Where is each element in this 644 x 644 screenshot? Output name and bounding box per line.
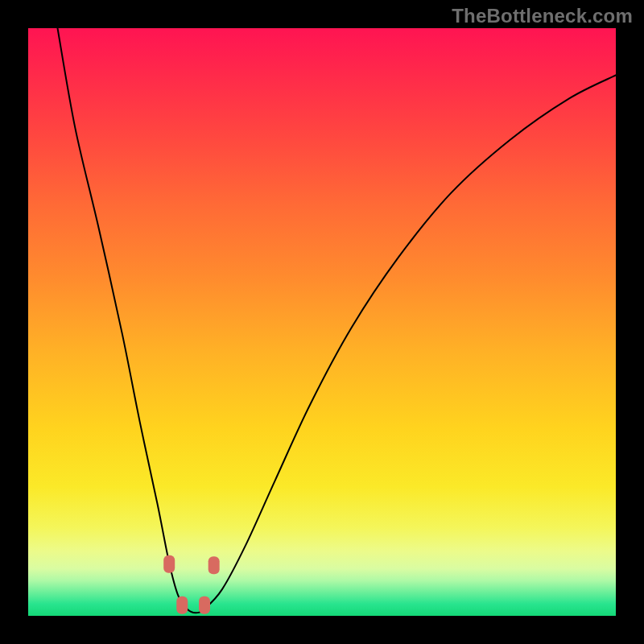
bottleneck-curve	[58, 28, 617, 613]
marker-group	[163, 555, 219, 614]
curve-layer	[28, 28, 616, 616]
chart-frame: TheBottleneck.com	[0, 0, 644, 644]
curve-marker	[199, 597, 210, 614]
curve-marker	[208, 556, 220, 574]
plot-area	[28, 28, 616, 616]
curve-marker	[176, 597, 188, 614]
curve-marker	[163, 555, 175, 573]
watermark-text: TheBottleneck.com	[452, 5, 633, 27]
